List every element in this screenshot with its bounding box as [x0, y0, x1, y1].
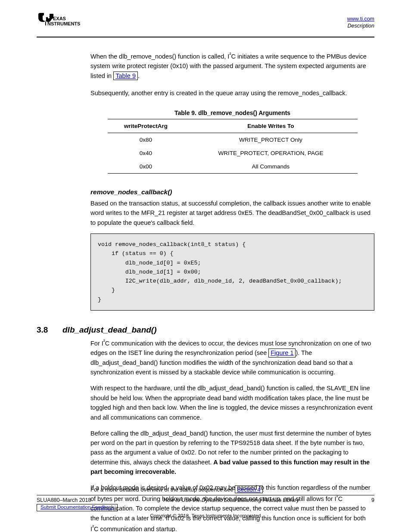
section4-link[interactable]: Section 4: [237, 486, 260, 493]
footer-rule: [37, 495, 374, 495]
footer-top-note: For a more detailed overview of the star…: [90, 485, 374, 494]
header-right: www.ti.com Description: [347, 13, 374, 30]
arguments-table: writeProtectArg Enable Writes To 0x80WRI…: [108, 119, 358, 174]
table-header-cell: writeProtectArg: [108, 119, 184, 133]
svg-text:T: T: [49, 15, 53, 22]
svg-text:NSTRUMENTS: NSTRUMENTS: [47, 21, 80, 26]
table-header-cell: Enable Writes To: [184, 119, 357, 133]
footer-title: How to Use the Dynamic Load Balancing Fe…: [91, 497, 371, 503]
sec38-p1: For I²C communication with the devices t…: [90, 337, 374, 377]
figure1-link[interactable]: Figure 1: [271, 349, 293, 356]
table9-link[interactable]: Table 9: [115, 72, 136, 79]
sec38-p2: With respect to the hardware, until the …: [90, 383, 374, 422]
header-rule: [37, 37, 374, 37]
table-row: 0x80WRITE_PROTECT Only: [108, 133, 358, 146]
table-row: 0x40WRITE_PROTECT, OPERATION, PAGE: [108, 146, 358, 160]
table-row: 0x00All Commands: [108, 160, 358, 174]
svg-text:EXAS: EXAS: [53, 16, 66, 21]
header-section: Description: [347, 23, 374, 29]
ti-logo: T EXAS I NSTRUMENTS: [37, 13, 93, 34]
intro-paragraph-2: Subsequently, another entry is created i…: [90, 88, 374, 98]
code-block: void remove_nodes_callback(int8_t status…: [90, 233, 374, 311]
feedback-link[interactable]: Submit Documentation Feedback: [40, 504, 114, 510]
footer-copyright: Copyright © 2018, Texas Instruments Inco…: [37, 513, 374, 518]
table-caption: Table 9. dlb_remove_nodes() Arguments: [90, 109, 374, 116]
section-3-8-heading: 3.8dlb_adjust_dead_band(): [37, 325, 374, 335]
page-header: T EXAS I NSTRUMENTS www.ti.com Descripti…: [37, 13, 374, 34]
header-url[interactable]: www.ti.com: [347, 16, 374, 22]
remove-nodes-prose: Based on the transaction status, at succ…: [90, 199, 374, 227]
footer-doc-id: SLUA880–March 2018: [37, 497, 91, 503]
sec38-p3: Before calling the dlb_adjust_dead_band(…: [90, 429, 374, 477]
remove-nodes-heading: remove_nodes_callback(): [90, 188, 374, 196]
svg-text:I: I: [45, 20, 47, 27]
intro-paragraph-1: When the dlb_remove_nodes() function is …: [90, 50, 374, 81]
footer-page-number: 9: [371, 497, 374, 503]
page-footer: For a more detailed overview of the star…: [37, 485, 374, 518]
